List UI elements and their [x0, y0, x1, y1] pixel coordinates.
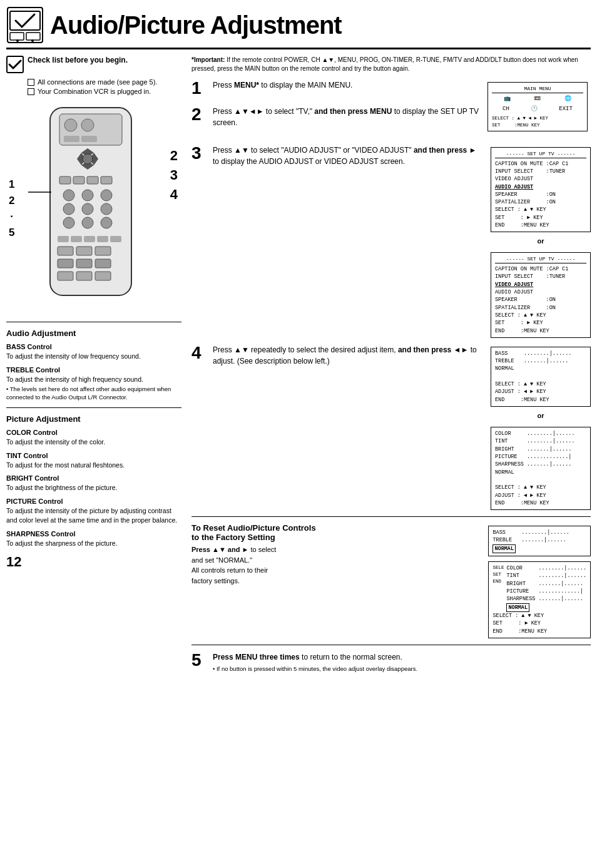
- picture-control-title: PICTURE Control: [6, 498, 181, 505]
- reset-audio-diagram: BASS ........|...... TREBLE .......|....…: [488, 526, 591, 556]
- svg-point-5: [31, 39, 34, 42]
- or-separator-2: or: [491, 412, 591, 419]
- checklist-item: Your Combination VCR is plugged in.: [28, 88, 181, 95]
- svg-rect-38: [95, 247, 111, 255]
- svg-rect-37: [76, 247, 92, 255]
- video-adjust-highlight: VIDEO ADJUST: [495, 281, 586, 288]
- tint-control-desc: To adjust for the most natural fleshtone…: [6, 461, 181, 470]
- color-control-title: COLOR Control: [6, 429, 181, 436]
- step-2: 2 Press ▲▼◄► to select "TV," and then pr…: [191, 106, 480, 128]
- svg-rect-11: [64, 136, 79, 142]
- treble-control-title: TREBLE Control: [6, 366, 181, 374]
- step4-diagrams: BASS ........|...... TREBLE .......|....…: [491, 344, 591, 510]
- svg-rect-33: [84, 236, 95, 242]
- svg-rect-12: [81, 136, 97, 142]
- svg-rect-36: [58, 247, 73, 255]
- main-layout: Check list before you begin. All connect…: [6, 56, 591, 682]
- picture-adjustment-title: Picture Adjustment: [6, 414, 181, 424]
- svg-point-23: [82, 190, 93, 201]
- svg-rect-44: [95, 272, 111, 280]
- step-3: 3 Press ▲▼ to select "AUDIO ADJUST" or "…: [191, 145, 483, 167]
- step-2-number: 2: [191, 106, 208, 123]
- page-title: Audio/Picture Adjustment: [50, 11, 342, 39]
- svg-point-22: [63, 190, 74, 201]
- svg-rect-21: [101, 176, 112, 184]
- step4-content: 4 Press ▲▼ repeatedly to select the desi…: [191, 344, 483, 510]
- right-column: *Important: If the remote control POWER,…: [191, 56, 591, 682]
- step-1-text: Press MENU* to display the MAIN MENU.: [213, 79, 480, 91]
- step-5-number: 5: [191, 651, 208, 669]
- main-menu-icons: 📺📼🌐: [492, 95, 583, 103]
- svg-point-9: [64, 119, 77, 131]
- audio-adjustment-title: Audio Adjustment: [6, 329, 181, 338]
- remote-illustration: 12·5 234: [6, 101, 181, 315]
- checklist-icon: [6, 56, 24, 73]
- svg-rect-39: [58, 259, 73, 268]
- step5-divider: [191, 645, 591, 645]
- normal-video-highlighted: NORMAL: [506, 603, 529, 612]
- checkbox-2: [28, 88, 34, 95]
- svg-rect-1: [10, 11, 40, 30]
- or-separator-1: or: [491, 237, 591, 245]
- reset-diagrams: BASS ........|...... TREBLE .......|....…: [488, 523, 591, 638]
- svg-point-25: [63, 203, 74, 215]
- svg-rect-40: [76, 259, 92, 268]
- checklist-title: Check list before you begin.: [28, 56, 128, 64]
- svg-rect-34: [97, 236, 108, 242]
- svg-rect-42: [58, 272, 73, 280]
- step3-row: 3 Press ▲▼ to select "AUDIO ADJUST" or "…: [191, 145, 591, 338]
- step-4-number: 4: [191, 344, 208, 362]
- svg-point-4: [16, 39, 19, 42]
- picture-control-desc: To adjust the intensity of the picture b…: [6, 506, 181, 524]
- step-3-text: Press ▲▼ to select "AUDIO ADJUST" or "VI…: [213, 145, 483, 167]
- important-note: *Important: If the remote control POWER,…: [191, 56, 591, 73]
- tint-control-title: TINT Control: [6, 452, 181, 459]
- left-divider: [6, 322, 181, 322]
- setup-tv-diagram-1: ------ SET UP TV ------ CAPTION ON MUTE …: [491, 147, 591, 232]
- reset-divider: [191, 516, 591, 517]
- color-control-desc: To adjust the intensity of the color.: [6, 437, 181, 447]
- svg-rect-32: [71, 236, 82, 242]
- step-5: 5 Press MENU three times to return to th…: [191, 651, 591, 673]
- step3-content: 3 Press ▲▼ to select "AUDIO ADJUST" or "…: [191, 145, 483, 338]
- remote-label-right: 234: [170, 146, 178, 204]
- reset-content: To Reset Audio/Picture Controlsto the Fa…: [191, 523, 481, 638]
- step-5-note: • If no button is pressed within 5 minut…: [213, 665, 591, 673]
- checklist-item: All connections are made (see page 5).: [28, 78, 181, 86]
- step-2-text: Press ▲▼◄► to select "TV," and then pres…: [213, 106, 480, 128]
- audio-adjust-diagram: BASS ........|...... TREBLE .......|....…: [491, 347, 591, 407]
- treble-note: • The levels set here do not affect othe…: [6, 385, 181, 401]
- svg-rect-3: [26, 33, 40, 40]
- svg-rect-43: [76, 272, 92, 280]
- main-menu-box: MAIN MENU 📺📼🌐 CH🕐EXIT SELECT : ▲ ▼ ◄ ► K…: [487, 82, 588, 131]
- svg-point-10: [81, 119, 94, 131]
- sharpness-control-title: SHARPNESS Control: [6, 530, 181, 538]
- step-1: 1 Press MENU* to display the MAIN MENU.: [191, 79, 480, 97]
- svg-point-29: [82, 217, 93, 228]
- bright-control-desc: To adjust the brightness of the picture.: [6, 483, 181, 493]
- svg-rect-2: [10, 33, 24, 40]
- video-adjust-diagram: COLOR ........|...... TINT ........|....…: [491, 427, 591, 510]
- page-header: Audio/Picture Adjustment: [6, 6, 591, 49]
- step3-diagrams: ------ SET UP TV ------ CAPTION ON MUTE …: [491, 145, 591, 338]
- checklist-items: All connections are made (see page 5). Y…: [28, 78, 181, 95]
- normal-highlighted: NORMAL: [492, 544, 516, 553]
- svg-rect-18: [59, 176, 71, 184]
- main-menu-set: SET :MENU KEY: [492, 122, 583, 129]
- main-menu-select: SELECT : ▲ ▼ ◄ ► KEY: [492, 115, 583, 122]
- svg-rect-35: [110, 236, 121, 242]
- reset-video-diagram: SELE SET END COLOR ........|...... TINT …: [488, 561, 591, 638]
- remote-label-left: 12·5: [9, 176, 14, 240]
- step1-row: 1 Press MENU* to display the MAIN MENU. …: [191, 79, 591, 137]
- checklist-box: Check list before you begin.: [6, 56, 181, 73]
- mid-divider: [6, 407, 181, 408]
- step-1-number: 1: [191, 79, 208, 97]
- svg-point-27: [101, 203, 112, 215]
- treble-control-desc: To adjust the intensity of high frequenc…: [6, 375, 181, 384]
- audio-adjust-highlight: AUDIO ADJUST: [495, 183, 586, 191]
- main-menu-diagram: MAIN MENU 📺📼🌐 CH🕐EXIT SELECT : ▲ ▼ ◄ ► K…: [487, 79, 591, 137]
- reset-title: To Reset Audio/Picture Controlsto the Fa…: [191, 523, 481, 542]
- page-number: 12: [6, 554, 181, 570]
- step1-content: 1 Press MENU* to display the MAIN MENU. …: [191, 79, 480, 137]
- svg-point-17: [83, 154, 93, 164]
